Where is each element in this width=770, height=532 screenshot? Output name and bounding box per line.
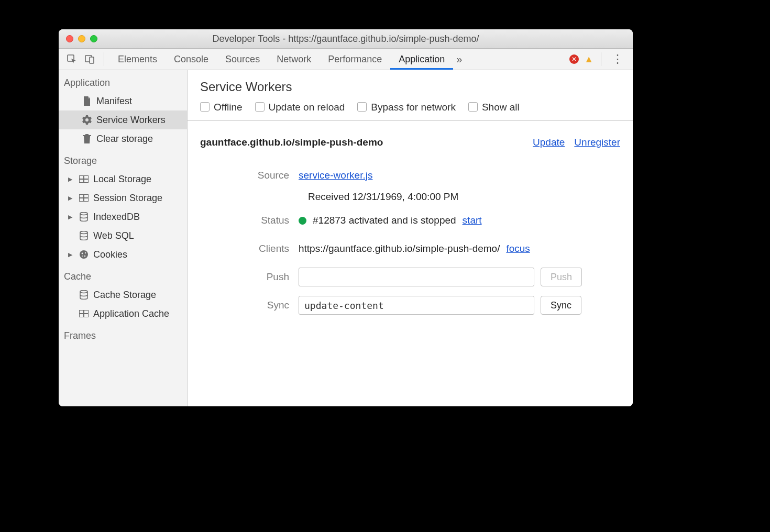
- more-menu-icon[interactable]: ⋮: [612, 52, 623, 66]
- warning-icon[interactable]: ▲: [584, 54, 593, 65]
- tabs-overflow-icon[interactable]: »: [456, 53, 462, 65]
- sidebar-item-label: Web SQL: [93, 228, 134, 243]
- sidebar-item-label: Application Cache: [93, 306, 169, 321]
- svg-rect-7: [84, 180, 88, 182]
- status-text: #12873 activated and is stopped: [313, 215, 456, 226]
- unregister-link[interactable]: Unregister: [574, 137, 620, 148]
- start-link[interactable]: start: [463, 215, 482, 226]
- tab-application[interactable]: Application: [390, 49, 453, 70]
- checkbox-update-on-reload[interactable]: Update on reload: [255, 102, 345, 113]
- application-sidebar: Application Manifest Service Workers: [59, 70, 188, 406]
- trash-icon: [82, 134, 92, 144]
- tab-network[interactable]: Network: [268, 49, 320, 70]
- titlebar: Developer Tools - https://gauntface.gith…: [59, 29, 633, 49]
- sw-toolbar: Offline Update on reload Bypass for netw…: [188, 102, 633, 121]
- tab-console[interactable]: Console: [166, 49, 217, 70]
- origin-row: gauntface.github.io/simple-push-demo Upd…: [188, 121, 633, 152]
- database-icon: [79, 230, 89, 241]
- source-file-link[interactable]: service-worker.js: [299, 170, 372, 181]
- sidebar-item-session-storage[interactable]: ▶ Session Storage: [59, 189, 187, 207]
- sidebar-item-label: Clear storage: [96, 131, 153, 146]
- sidebar-item-label: Cookies: [93, 247, 127, 262]
- inspect-icon[interactable]: [66, 53, 78, 65]
- tab-performance[interactable]: Performance: [320, 49, 390, 70]
- svg-point-19: [82, 256, 83, 257]
- checkbox-bypass[interactable]: Bypass for network: [357, 102, 456, 113]
- svg-point-16: [82, 253, 83, 254]
- source-received: Received 12/31/1969, 4:00:00 PM: [200, 191, 620, 203]
- group-cache: Cache: [59, 264, 187, 285]
- sidebar-item-websql[interactable]: Web SQL: [59, 226, 187, 245]
- sidebar-item-label: Service Workers: [96, 113, 166, 127]
- update-link[interactable]: Update: [533, 137, 565, 148]
- window-title: Developer Tools - https://gauntface.gith…: [59, 34, 633, 45]
- devtools-tabbar: Elements Console Sources Network Perform…: [59, 49, 633, 70]
- error-badge-icon[interactable]: ✕: [569, 54, 579, 64]
- push-input[interactable]: [299, 268, 534, 286]
- devtools-window: Developer Tools - https://gauntface.gith…: [59, 29, 633, 406]
- svg-rect-22: [80, 311, 83, 313]
- group-frames: Frames: [59, 323, 187, 345]
- sidebar-item-cookies[interactable]: ▶ Cookies: [59, 245, 187, 264]
- status-dot-icon: [299, 217, 306, 225]
- table-icon: [79, 193, 89, 203]
- label-sync: Sync: [200, 300, 299, 311]
- checkbox-offline[interactable]: Offline: [200, 102, 243, 113]
- checkbox-show-all[interactable]: Show all: [468, 102, 520, 113]
- database-icon: [79, 290, 89, 300]
- table-icon: [79, 174, 89, 184]
- tab-sources[interactable]: Sources: [217, 49, 268, 70]
- push-button[interactable]: Push: [541, 268, 582, 286]
- sidebar-item-label: Session Storage: [93, 191, 162, 205]
- sync-button[interactable]: Sync: [541, 296, 581, 315]
- svg-rect-24: [80, 314, 83, 317]
- svg-point-20: [80, 291, 87, 293]
- svg-point-13: [80, 213, 87, 215]
- svg-rect-10: [84, 195, 88, 197]
- origin-label: gauntface.github.io/simple-push-demo: [200, 137, 383, 148]
- group-application: Application: [59, 70, 187, 92]
- svg-point-18: [84, 256, 86, 257]
- sidebar-item-label: Manifest: [96, 94, 132, 108]
- svg-rect-25: [84, 314, 88, 317]
- gear-icon: [82, 115, 92, 125]
- svg-rect-2: [90, 57, 94, 63]
- svg-rect-5: [84, 176, 88, 179]
- svg-rect-6: [80, 180, 83, 182]
- focus-link[interactable]: focus: [506, 243, 530, 254]
- svg-rect-23: [84, 311, 88, 313]
- svg-rect-4: [80, 176, 83, 179]
- separator: [104, 52, 104, 66]
- sidebar-item-service-workers[interactable]: Service Workers: [59, 110, 187, 129]
- separator: [601, 52, 601, 66]
- sidebar-item-label: Local Storage: [93, 172, 151, 186]
- svg-point-17: [85, 252, 86, 253]
- svg-rect-11: [80, 198, 83, 201]
- devtools-body: Application Manifest Service Workers: [59, 70, 633, 406]
- group-storage: Storage: [59, 148, 187, 170]
- sw-details: Source service-worker.js Received 12/31/…: [188, 152, 633, 328]
- sidebar-item-local-storage[interactable]: ▶ Local Storage: [59, 170, 187, 189]
- cookie-icon: [79, 249, 89, 260]
- client-url: https://gauntface.github.io/simple-push-…: [299, 243, 500, 254]
- document-icon: [82, 96, 92, 106]
- tab-elements[interactable]: Elements: [109, 49, 166, 70]
- sidebar-item-manifest[interactable]: Manifest: [59, 92, 187, 110]
- device-toggle-icon[interactable]: [84, 53, 95, 65]
- sidebar-item-clear-storage[interactable]: Clear storage: [59, 129, 187, 148]
- main-panel: Service Workers Offline Update on reload…: [188, 70, 633, 406]
- sidebar-item-cache-storage[interactable]: Cache Storage: [59, 285, 187, 304]
- label-status: Status: [200, 215, 299, 226]
- sidebar-item-indexeddb[interactable]: ▶ IndexedDB: [59, 207, 187, 226]
- database-icon: [79, 212, 89, 222]
- sidebar-item-application-cache[interactable]: Application Cache: [59, 304, 187, 323]
- sync-input[interactable]: [299, 296, 534, 315]
- label-push: Push: [200, 271, 299, 283]
- label-source: Source: [200, 170, 299, 181]
- page-title: Service Workers: [188, 70, 633, 102]
- svg-rect-12: [84, 198, 88, 201]
- sidebar-item-label: Cache Storage: [93, 287, 156, 302]
- label-clients: Clients: [200, 243, 299, 254]
- table-icon: [79, 308, 89, 319]
- svg-point-14: [80, 231, 87, 234]
